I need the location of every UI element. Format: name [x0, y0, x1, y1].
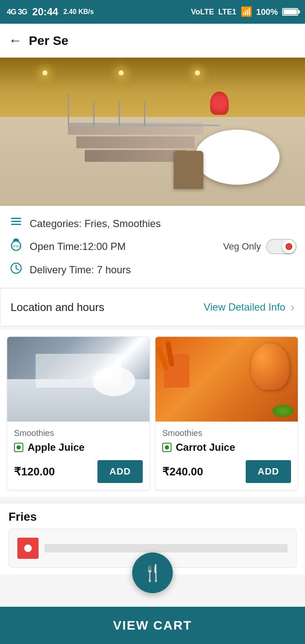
veg-dot-carrot [165, 445, 169, 450]
carrot-juice-name: Carrot Juice [176, 441, 235, 453]
fab-button[interactable]: 🍴 [132, 552, 173, 593]
location-right: View Detailed Info › [204, 300, 294, 314]
svg-line-10 [16, 269, 19, 270]
carrot-juice-footer: ₹240.00 ADD [162, 460, 291, 483]
menu-card-apple-juice: Smoothies Apple Juice ₹120.00 ADD [7, 336, 150, 490]
veg-only-label: Veg Only [223, 241, 261, 252]
menu-card-body-carrot-juice: Smoothies Carrot Juice ₹240.00 ADD [155, 422, 298, 490]
battery-icon [282, 8, 298, 16]
categories-text: Categories: Fries, Smoothies [30, 218, 161, 230]
carrot-juice-name-row: Carrot Juice [162, 441, 291, 453]
clock-open-icon: OPEN [8, 239, 24, 254]
battery-fill [283, 9, 297, 14]
toggle-dot [286, 243, 292, 250]
view-cart-button[interactable]: VIEW CART [0, 607, 305, 644]
view-cart-label: VIEW CART [113, 618, 192, 633]
fab-icon: 🍴 [143, 564, 163, 582]
svg-text:OPEN: OPEN [11, 244, 21, 248]
fries-section-title: Fries [8, 510, 297, 524]
svg-rect-1 [11, 221, 21, 222]
open-time-row: OPEN Open Time:12:00 PM Veg Only [8, 239, 297, 254]
lte-indicator: LTE1 [218, 8, 236, 17]
location-row[interactable]: Location and hours View Detailed Info › [0, 288, 305, 326]
svg-rect-2 [11, 224, 21, 225]
svg-rect-3 [11, 218, 13, 219]
header: ← Per Se [0, 24, 305, 58]
open-time-text: Open Time:12:00 PM [30, 241, 126, 253]
restaurant-hero-image [0, 58, 305, 206]
delivery-time-row: Delivery Time: 7 hours [8, 262, 297, 278]
back-button[interactable]: ← [8, 33, 22, 48]
categories-row: Categories: Fries, Smoothies [8, 216, 297, 231]
apple-juice-name-row: Apple Juice [14, 441, 143, 453]
apple-juice-footer: ₹120.00 ADD [14, 460, 143, 483]
apple-juice-category: Smoothies [14, 428, 143, 438]
apple-juice-add-button[interactable]: ADD [97, 460, 143, 483]
chevron-right-icon: › [291, 300, 294, 314]
carrot-juice-category: Smoothies [162, 428, 291, 438]
speed-display: 2.40 KB/s [63, 8, 94, 16]
location-label: Location and hours [11, 301, 104, 314]
carrot-juice-image [155, 337, 298, 422]
svg-rect-5 [14, 239, 18, 240]
categories-icon [8, 216, 24, 231]
veg-indicator-carrot [162, 443, 172, 452]
veg-only-section: Veg Only [223, 239, 297, 254]
status-left: 4G 3G 20:44 2.40 KB/s [7, 6, 94, 18]
apple-juice-price: ₹120.00 [14, 465, 55, 478]
fries-non-veg-icon [17, 538, 39, 559]
fries-dot [24, 544, 32, 552]
status-right: VoLTE LTE1 📶 100% [191, 6, 298, 17]
restaurant-name: Per Se [29, 33, 68, 48]
carrot-juice-add-button[interactable]: ADD [246, 460, 291, 483]
veg-dot-apple [17, 445, 21, 450]
veg-indicator-apple [14, 443, 23, 452]
battery-percent: 100% [256, 7, 278, 17]
menu-card-carrot-juice: Smoothies Carrot Juice ₹240.00 ADD [155, 336, 298, 490]
menu-section: Smoothies Apple Juice ₹120.00 ADD [0, 330, 305, 497]
veg-only-toggle[interactable] [266, 239, 297, 254]
delivery-time-text: Delivery Time: 7 hours [30, 264, 131, 276]
status-bar: 4G 3G 20:44 2.40 KB/s VoLTE LTE1 📶 100% [0, 0, 305, 24]
carrot-juice-price: ₹240.00 [162, 465, 203, 478]
time-display: 20:44 [32, 6, 58, 18]
menu-card-body-apple-juice: Smoothies Apple Juice ₹120.00 ADD [7, 422, 150, 490]
menu-grid: Smoothies Apple Juice ₹120.00 ADD [7, 336, 298, 490]
delivery-clock-icon [8, 262, 24, 278]
volte-indicator: VoLTE [191, 8, 214, 17]
wifi-icon: 📶 [241, 6, 252, 17]
apple-juice-image [7, 337, 150, 422]
view-detailed-link[interactable]: View Detailed Info [204, 301, 286, 313]
apple-juice-name: Apple Juice [28, 441, 85, 453]
toggle-knob [282, 240, 296, 253]
info-section: Categories: Fries, Smoothies OPEN Open T… [0, 206, 305, 288]
network-indicator: 4G 3G [7, 8, 27, 17]
